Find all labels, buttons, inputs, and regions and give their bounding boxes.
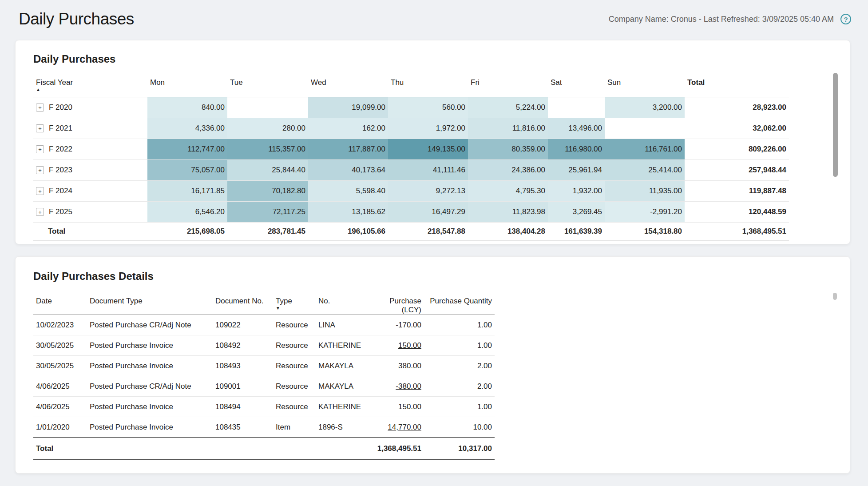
column-header-mon[interactable]: Mon: [147, 74, 227, 97]
matrix-value-cell[interactable]: 11,935.00: [605, 181, 685, 202]
matrix-value-cell[interactable]: 560.00: [388, 97, 468, 118]
matrix-value-cell[interactable]: 116,980.00: [548, 139, 605, 160]
matrix-value-cell[interactable]: 116,761.00: [605, 139, 685, 160]
column-header-wed[interactable]: Wed: [308, 74, 388, 97]
details-row[interactable]: 10/02/2023Posted Purchase CR/Adj Note109…: [33, 315, 495, 335]
sort-ascending-icon: ▲: [36, 87, 145, 92]
column-header-fiscal-year[interactable]: Fiscal Year ▲: [33, 74, 147, 97]
matrix-value-cell[interactable]: 117,887.00: [308, 139, 388, 160]
matrix-value-cell[interactable]: 11,816.00: [468, 118, 548, 139]
details-total-label: Total: [33, 438, 87, 460]
document-type-cell: Posted Purchase Invoice: [87, 417, 213, 438]
matrix-value-cell[interactable]: 75,057.00: [147, 160, 227, 181]
matrix-value-cell[interactable]: 280.00: [227, 118, 308, 139]
purchase-quantity-cell: 2.00: [424, 356, 495, 376]
matrix-value-cell[interactable]: [605, 118, 685, 139]
purchase-lcy-cell: -380.00: [370, 376, 424, 397]
matrix-value-cell[interactable]: 9,272.13: [388, 181, 468, 202]
matrix-value-cell[interactable]: 162.00: [308, 118, 388, 139]
matrix-value-cell[interactable]: 13,496.00: [548, 118, 605, 139]
column-header-thu[interactable]: Thu: [388, 74, 468, 97]
expand-row-icon[interactable]: +: [36, 187, 44, 195]
column-header-sun[interactable]: Sun: [605, 74, 685, 97]
purchase-value[interactable]: -380.00: [396, 382, 421, 390]
matrix-value-cell[interactable]: 24,386.00: [468, 160, 548, 181]
matrix-value-cell[interactable]: [227, 97, 308, 118]
matrix-value-cell[interactable]: 19,099.00: [308, 97, 388, 118]
matrix-value-cell[interactable]: 70,182.80: [227, 181, 308, 202]
matrix-value-cell[interactable]: 25,844.40: [227, 160, 308, 181]
purchase-lcy-cell: 380.00: [370, 356, 424, 376]
matrix-total-sat: 161,639.39: [548, 223, 605, 240]
matrix-value-cell[interactable]: 115,357.00: [227, 139, 308, 160]
column-header-purchase-lcy[interactable]: Purchase (LCY): [370, 294, 424, 315]
matrix-value-cell[interactable]: 5,598.40: [308, 181, 388, 202]
document-type-cell: Posted Purchase Invoice: [87, 335, 213, 356]
matrix-value-cell[interactable]: 25,961.94: [548, 160, 605, 181]
expand-row-icon[interactable]: +: [36, 145, 44, 153]
type-cell: Item: [273, 417, 316, 438]
fiscal-year-cell: +F 2020: [33, 97, 147, 118]
matrix-value-cell[interactable]: 4,336.00: [147, 118, 227, 139]
details-row[interactable]: 4/06/2025Posted Purchase CR/Adj Note1090…: [33, 376, 495, 397]
matrix-value-cell[interactable]: 149,135.00: [388, 139, 468, 160]
details-scrollbar[interactable]: [833, 293, 837, 300]
matrix-value-cell[interactable]: 16,171.85: [147, 181, 227, 202]
matrix-value-cell[interactable]: 41,111.46: [388, 160, 468, 181]
matrix-value-cell[interactable]: 13,185.62: [308, 202, 388, 223]
column-header-date[interactable]: Date: [33, 294, 87, 315]
purchase-value[interactable]: 150.00: [398, 341, 421, 350]
column-header-type[interactable]: Type ▼: [273, 294, 316, 315]
matrix-value-cell[interactable]: 4,795.30: [468, 181, 548, 202]
matrix-value-cell[interactable]: 1,932.00: [548, 181, 605, 202]
details-body: 10/02/2023Posted Purchase CR/Adj Note109…: [33, 315, 495, 438]
purchase-value[interactable]: 380.00: [398, 362, 421, 370]
matrix-value-cell[interactable]: 25,414.00: [605, 160, 685, 181]
document-no-cell: 108435: [213, 417, 273, 438]
matrix-value-cell[interactable]: 16,497.29: [388, 202, 468, 223]
expand-row-icon[interactable]: +: [36, 104, 44, 112]
expand-row-icon[interactable]: +: [36, 166, 44, 174]
matrix-value-cell[interactable]: 6,546.20: [147, 202, 227, 223]
column-header-sat[interactable]: Sat: [548, 74, 605, 97]
daily-purchases-card: Daily Purchases Fiscal Year ▲ Mon Tue We…: [15, 40, 850, 244]
purchase-quantity-cell: 1.00: [424, 315, 495, 335]
matrix-value-cell[interactable]: 11,823.98: [468, 202, 548, 223]
matrix-value-cell[interactable]: 80,359.00: [468, 139, 548, 160]
column-header-tue[interactable]: Tue: [227, 74, 308, 97]
matrix-value-cell[interactable]: 40,173.64: [308, 160, 388, 181]
column-header-document-no[interactable]: Document No.: [213, 294, 273, 315]
date-cell: 4/06/2025: [33, 397, 87, 417]
column-header-no[interactable]: No.: [316, 294, 370, 315]
details-row[interactable]: 1/01/2020Posted Purchase Invoice108435It…: [33, 417, 495, 438]
purchase-value: 150.00: [398, 402, 421, 411]
expand-row-icon[interactable]: +: [36, 124, 44, 132]
details-row[interactable]: 30/05/2025Posted Purchase Invoice108492R…: [33, 335, 495, 356]
matrix-value-cell[interactable]: 3,269.45: [548, 202, 605, 223]
matrix-scrollbar[interactable]: [833, 73, 838, 177]
purchase-quantity-cell: 10.00: [424, 417, 495, 438]
details-row[interactable]: 4/06/2025Posted Purchase Invoice108494Re…: [33, 397, 495, 417]
column-header-purchase-quantity[interactable]: Purchase Quantity: [424, 294, 495, 315]
matrix-value-cell[interactable]: -2,991.20: [605, 202, 685, 223]
type-cell: Resource: [273, 397, 316, 417]
purchase-value[interactable]: 14,770.00: [388, 423, 421, 431]
matrix-value-cell[interactable]: [548, 97, 605, 118]
help-icon[interactable]: ?: [840, 14, 851, 24]
matrix-value-cell[interactable]: 112,747.00: [147, 139, 227, 160]
matrix-value-cell[interactable]: 840.00: [147, 97, 227, 118]
matrix-value-cell[interactable]: 72,117.25: [227, 202, 308, 223]
matrix-row-total-cell: 257,948.44: [685, 160, 789, 181]
matrix-total-mon: 215,698.05: [147, 223, 227, 240]
matrix-grand-total: 1,368,495.51: [685, 223, 789, 240]
column-header-total[interactable]: Total: [685, 74, 789, 97]
column-header-fri[interactable]: Fri: [468, 74, 548, 97]
fiscal-year-label: F 2021: [49, 124, 72, 133]
matrix-value-cell[interactable]: 3,200.00: [605, 97, 685, 118]
column-header-document-type[interactable]: Document Type: [87, 294, 213, 315]
matrix-value-cell[interactable]: 1,972.00: [388, 118, 468, 139]
fiscal-year-header-label: Fiscal Year: [36, 78, 73, 87]
matrix-value-cell[interactable]: 5,224.00: [468, 97, 548, 118]
details-row[interactable]: 30/05/2025Posted Purchase Invoice108493R…: [33, 356, 495, 376]
expand-row-icon[interactable]: +: [36, 208, 44, 216]
